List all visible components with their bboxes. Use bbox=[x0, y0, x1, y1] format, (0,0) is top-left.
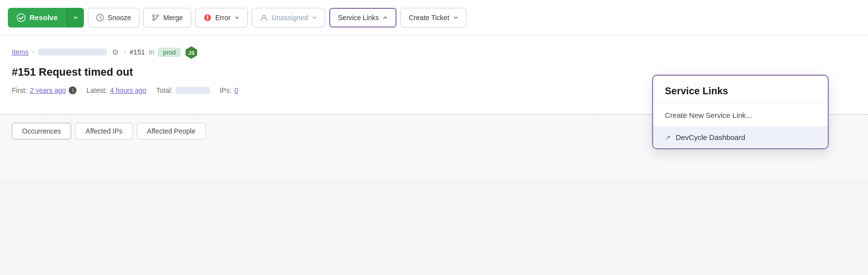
resolve-button-group: Resolve bbox=[8, 8, 84, 28]
tab-affected-ips[interactable]: Affected IPs bbox=[75, 123, 132, 139]
breadcrumb-items-link[interactable]: Items bbox=[12, 48, 28, 56]
error-label: Error bbox=[215, 14, 231, 22]
ips-value-link[interactable]: 0 bbox=[235, 86, 238, 94]
service-links-dropdown: Service Links Create New Service Link...… bbox=[652, 75, 829, 149]
merge-icon bbox=[152, 14, 159, 22]
tab-affected-people[interactable]: Affected People bbox=[137, 123, 206, 139]
resolve-dropdown-button[interactable] bbox=[67, 8, 84, 28]
unassigned-button[interactable]: Unassigned bbox=[252, 8, 325, 28]
svg-point-0 bbox=[17, 14, 25, 22]
first-label: First: bbox=[12, 86, 27, 94]
breadcrumb-in-label: in bbox=[149, 48, 154, 56]
breadcrumb-chevron-2: › bbox=[124, 49, 126, 55]
service-links-chevron-up-icon bbox=[383, 15, 388, 20]
ips-label: IPs: bbox=[220, 86, 232, 94]
tab-occurrences-label: Occurrences bbox=[22, 127, 61, 135]
first-value-link[interactable]: 2 years ago bbox=[30, 86, 66, 94]
check-icon bbox=[17, 13, 26, 22]
devcycle-dashboard-item[interactable]: ↗ DevCycle Dashboard bbox=[653, 126, 828, 148]
svg-point-6 bbox=[207, 19, 208, 20]
devcycle-dashboard-label: DevCycle Dashboard bbox=[676, 133, 745, 141]
chevron-down-icon bbox=[73, 15, 78, 20]
create-ticket-chevron-icon bbox=[453, 15, 458, 20]
create-ticket-label: Create Ticket bbox=[409, 14, 449, 22]
tab-occurrences[interactable]: Occurrences bbox=[12, 123, 71, 139]
resolve-button[interactable]: Resolve bbox=[8, 8, 67, 28]
tab-affected-ips-label: Affected IPs bbox=[85, 127, 122, 135]
snooze-button[interactable]: Snooze bbox=[88, 8, 139, 28]
env-badge: prod bbox=[158, 48, 181, 57]
latest-label: Latest: bbox=[86, 86, 107, 94]
nodejs-icon: JS bbox=[184, 45, 198, 59]
settings-icon[interactable]: ⚙ bbox=[111, 47, 120, 58]
resolve-label: Resolve bbox=[29, 13, 58, 22]
dropdown-title: Service Links bbox=[653, 76, 828, 104]
person-icon bbox=[260, 14, 268, 22]
breadcrumb-issue-number: #151 bbox=[130, 48, 145, 56]
merge-button[interactable]: Merge bbox=[143, 8, 191, 28]
unassigned-label: Unassigned bbox=[272, 14, 308, 22]
breadcrumb: Items › ⚙ › #151 in prod JS bbox=[12, 45, 856, 59]
svg-point-7 bbox=[263, 15, 265, 18]
create-new-service-link-label: Create New Service Link... bbox=[665, 111, 752, 119]
toolbar: Resolve Snooze Merge Error bbox=[0, 0, 868, 35]
error-icon bbox=[204, 14, 211, 22]
tab-affected-people-label: Affected People bbox=[147, 127, 196, 135]
create-new-service-link-item[interactable]: Create New Service Link... bbox=[653, 104, 828, 126]
latest-value-link[interactable]: 4 hours ago bbox=[110, 86, 146, 94]
total-label: Total: bbox=[156, 86, 172, 94]
service-links-button[interactable]: Service Links bbox=[329, 8, 396, 28]
svg-point-3 bbox=[157, 15, 158, 17]
main-content: Items › ⚙ › #151 in prod JS #151 Request… bbox=[0, 35, 868, 114]
snooze-icon bbox=[96, 14, 104, 22]
error-button[interactable]: Error bbox=[195, 8, 248, 28]
snooze-label: Snooze bbox=[108, 14, 131, 22]
svg-text:JS: JS bbox=[188, 50, 195, 56]
service-links-label: Service Links bbox=[338, 14, 379, 22]
total-value-blurred bbox=[176, 87, 210, 94]
external-link-icon: ↗ bbox=[665, 134, 671, 141]
breadcrumb-chevron-1: › bbox=[32, 49, 34, 55]
error-chevron-icon bbox=[235, 15, 239, 20]
unassigned-chevron-icon bbox=[312, 15, 317, 20]
breadcrumb-project-blurred bbox=[38, 49, 107, 55]
create-ticket-button[interactable]: Create Ticket bbox=[400, 8, 466, 28]
merge-label: Merge bbox=[163, 14, 183, 22]
info-icon[interactable]: i bbox=[69, 86, 77, 94]
